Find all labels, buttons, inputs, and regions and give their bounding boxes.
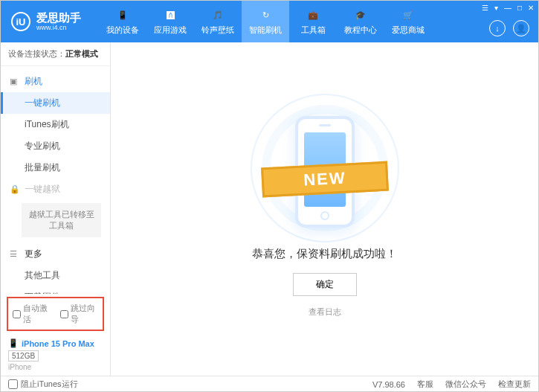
ringtone-icon: 🎵 [210, 8, 225, 23]
window-controls: ☰ ▾ — □ ✕ [482, 4, 534, 12]
check-update-link[interactable]: 检查更新 [498, 379, 531, 390]
device-type: iPhone [8, 363, 103, 371]
menu-download-firmware[interactable]: 下载固件 [1, 286, 110, 294]
nav-toolbox[interactable]: 💼工具箱 [289, 1, 337, 42]
maximize-icon[interactable]: □ [517, 4, 522, 12]
footer: 阻止iTunes运行 V7.98.66 客服 微信公众号 检查更新 [1, 376, 538, 392]
ok-button[interactable]: 确定 [293, 273, 357, 296]
wechat-link[interactable]: 微信公众号 [445, 379, 486, 390]
nav-apps[interactable]: 🅰应用游戏 [146, 1, 194, 42]
tutorial-icon: 🎓 [353, 8, 368, 23]
version-label: V7.98.66 [372, 380, 405, 389]
nav-flash[interactable]: ↻智能刷机 [242, 1, 289, 42]
download-icon[interactable]: ↓ [489, 20, 506, 36]
device-icon: 📱 [115, 8, 130, 23]
menu-itunes-flash[interactable]: iTunes刷机 [1, 114, 110, 135]
nav-store[interactable]: 🛒爱思商城 [384, 1, 432, 42]
top-nav: 📱我的设备 🅰应用游戏 🎵铃声壁纸 ↻智能刷机 💼工具箱 🎓教程中心 🛒爱思商城 [99, 1, 432, 42]
menu-pro-flash[interactable]: 专业刷机 [1, 135, 110, 157]
menu-flash-header[interactable]: ▣刷机 [1, 71, 110, 92]
app-url: www.i4.cn [36, 24, 81, 31]
success-message: 恭喜您，保资料刷机成功啦！ [252, 247, 397, 261]
menu-icon[interactable]: ☰ [482, 4, 488, 12]
menu-more-header[interactable]: ☰更多 [1, 243, 110, 265]
phone-icon: 📱 [8, 338, 19, 348]
more-icon: ☰ [10, 249, 20, 259]
sidebar: 设备连接状态：正常模式 ▣刷机 一键刷机 iTunes刷机 专业刷机 批量刷机 … [1, 42, 111, 376]
toolbox-icon: 💼 [306, 8, 320, 23]
skip-wizard-checkbox[interactable]: 跳过向导 [60, 303, 99, 325]
new-banner: NEW [261, 161, 389, 197]
main-content: NEW 恭喜您，保资料刷机成功啦！ 确定 查看日志 [111, 42, 538, 376]
close-icon[interactable]: ✕ [528, 4, 534, 12]
nav-ringtones[interactable]: 🎵铃声壁纸 [194, 1, 242, 42]
view-log-link[interactable]: 查看日志 [309, 306, 341, 318]
lock-icon: 🔒 [10, 184, 20, 194]
nav-tutorial[interactable]: 🎓教程中心 [337, 1, 384, 42]
support-link[interactable]: 客服 [417, 379, 433, 390]
nav-my-device[interactable]: 📱我的设备 [99, 1, 146, 42]
jailbreak-moved-msg: 越狱工具已转移至 工具箱 [22, 203, 101, 237]
minimize-icon[interactable]: — [504, 4, 511, 12]
device-storage: 512GB [8, 350, 39, 362]
user-icon[interactable]: 👤 [513, 20, 529, 36]
device-info: 📱iPhone 15 Pro Max 512GB iPhone [1, 334, 110, 376]
flash-icon: ↻ [258, 8, 273, 23]
app-title: 爱思助手 [36, 12, 81, 25]
flash-menu-icon: ▣ [10, 77, 20, 86]
options-highlight-box: 自动激活 跳过向导 [7, 297, 104, 331]
pin-icon[interactable]: ▾ [494, 4, 498, 12]
logo[interactable]: iU 爱思助手 www.i4.cn [1, 12, 91, 32]
success-illustration: NEW [269, 101, 381, 235]
connection-status: 设备连接状态：正常模式 [1, 42, 110, 66]
menu-other-tools[interactable]: 其他工具 [1, 265, 110, 286]
block-itunes-checkbox[interactable]: 阻止iTunes运行 [8, 379, 78, 390]
auto-activate-checkbox[interactable]: 自动激活 [13, 303, 51, 325]
apps-icon: 🅰 [163, 8, 178, 23]
store-icon: 🛒 [401, 8, 416, 23]
device-name[interactable]: 📱iPhone 15 Pro Max [8, 338, 103, 348]
menu-oneclick-flash[interactable]: 一键刷机 [1, 92, 110, 114]
menu-jailbreak-header: 🔒一键越狱 [1, 179, 110, 200]
header: iU 爱思助手 www.i4.cn 📱我的设备 🅰应用游戏 🎵铃声壁纸 ↻智能刷… [1, 1, 538, 42]
logo-icon: iU [11, 12, 30, 31]
menu-batch-flash[interactable]: 批量刷机 [1, 157, 110, 179]
header-actions: ↓ 👤 [489, 20, 529, 36]
